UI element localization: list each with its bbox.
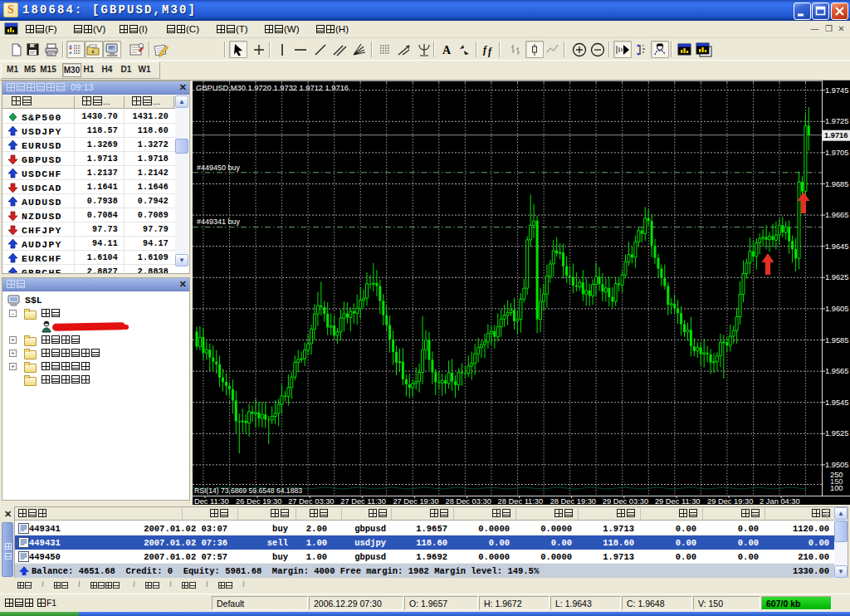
svg-text:1.9585: 1.9585 [825, 336, 848, 345]
svg-text:f: f [488, 46, 492, 57]
svg-text:29 Dec 03:30: 29 Dec 03:30 [603, 497, 648, 505]
svg-text:#449450 buy: #449450 buy [197, 164, 241, 172]
svg-text:1.9685: 1.9685 [825, 180, 848, 188]
svg-text:1.9725: 1.9725 [825, 117, 848, 125]
svg-text:29 Dec 11:30: 29 Dec 11:30 [655, 497, 701, 505]
svg-text:1.9505: 1.9505 [825, 461, 848, 469]
svg-text:1.9565: 1.9565 [825, 367, 848, 375]
svg-text:26 Dec 19:30: 26 Dec 19:30 [236, 497, 281, 505]
svg-text:RSI(14) 73.6869 59.6548 64.1: RSI(14) 73.6869 59.6548 64.1883 [194, 486, 302, 495]
svg-text:27 Dec 03:30: 27 Dec 03:30 [288, 497, 334, 505]
svg-text:2 Jan 04:30: 2 Jan 04:30 [760, 497, 800, 505]
svg-text:1.9645: 1.9645 [825, 242, 848, 251]
svg-text:29 Dec 19:30: 29 Dec 19:30 [707, 497, 753, 505]
svg-text:100: 100 [830, 484, 843, 492]
svg-text:28 Dec 19:30: 28 Dec 19:30 [550, 497, 596, 505]
svg-text:1.9716: 1.9716 [824, 131, 848, 139]
svg-text:26 Dec 11:30: 26 Dec 11:30 [193, 497, 229, 505]
svg-text:28 Dec 03:30: 28 Dec 03:30 [446, 497, 491, 505]
svg-text:1.9705: 1.9705 [825, 149, 848, 157]
svg-text:#449341 buy: #449341 buy [197, 218, 241, 226]
svg-text:1.9525: 1.9525 [825, 429, 848, 438]
svg-text:27 Dec 19:30: 27 Dec 19:30 [393, 497, 438, 505]
svg-text:1.9665: 1.9665 [825, 211, 848, 219]
svg-text:1.9625: 1.9625 [825, 273, 848, 281]
svg-text:1.9605: 1.9605 [825, 305, 848, 313]
svg-text:28 Dec 11:30: 28 Dec 11:30 [498, 497, 544, 505]
svg-text:1.9545: 1.9545 [825, 398, 848, 407]
svg-text:1.9745: 1.9745 [825, 86, 848, 95]
svg-text:GBPUSD,M30 1.9720 1.9732 1.97: GBPUSD,M30 1.9720 1.9732 1.9712 1.9716 [196, 84, 349, 92]
svg-text:27 Dec 11:30: 27 Dec 11:30 [340, 497, 386, 505]
svg-text:f: f [483, 44, 487, 56]
svg-text:A: A [442, 44, 452, 56]
